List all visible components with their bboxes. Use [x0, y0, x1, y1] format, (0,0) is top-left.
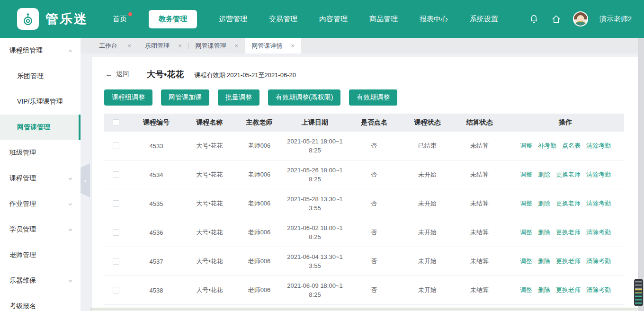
- table-row: 4534 大号•花花 老师006 2021-05-26 18:00~18:25 …: [104, 160, 624, 189]
- action-rollcall-sheet-link[interactable]: 点名表: [562, 142, 581, 150]
- action-clear-attendance-link[interactable]: 清除考勤: [586, 170, 611, 179]
- course-id: 4535: [128, 200, 185, 207]
- action-delete-link[interactable]: 删除: [538, 170, 550, 179]
- close-icon[interactable]: ×: [235, 43, 239, 49]
- course-group-adjust-button[interactable]: 课程组调整: [104, 89, 152, 106]
- row-checkbox[interactable]: [113, 171, 119, 178]
- action-adjust-link[interactable]: 调整: [520, 286, 532, 294]
- header-date: 上课日期: [284, 118, 346, 127]
- sidebar-item-teacher-mgmt[interactable]: 老师管理: [0, 242, 80, 268]
- brand-logo-icon[interactable]: [17, 8, 39, 30]
- nav-item-system-settings[interactable]: 系统设置: [470, 15, 498, 24]
- action-change-teacher-link[interactable]: 更换老师: [556, 199, 581, 208]
- sidebar-collapse-handle[interactable]: ‹: [80, 163, 90, 197]
- nav-item-academic-mgmt[interactable]: 教务管理: [149, 10, 197, 28]
- row-checkbox[interactable]: [113, 200, 119, 207]
- sidebar-item-exam-registration[interactable]: 考级报名: [0, 293, 80, 311]
- nav-item-report-center[interactable]: 报表中心: [420, 15, 448, 24]
- action-change-teacher-link[interactable]: 更换老师: [556, 228, 581, 237]
- action-adjust-link[interactable]: 调整: [520, 199, 532, 208]
- tab-online-course-detail[interactable]: 网管课详情 ×: [245, 38, 301, 53]
- class-date: 2021-06-09 18:00~18:25: [285, 281, 345, 299]
- sidebar-item-orchestra-mgmt[interactable]: 乐团管理: [0, 63, 80, 89]
- page-title: 大号•花花: [147, 69, 184, 80]
- sidebar-item-student-mgmt[interactable]: 学员管理: [0, 217, 80, 242]
- course-id: 4537: [128, 258, 185, 265]
- horizontal-scrollbar[interactable]: [90, 308, 638, 311]
- nav-item-operations-mgmt[interactable]: 运营管理: [219, 15, 247, 24]
- validity-adjust-admin-button[interactable]: 有效期调整(高权限): [268, 89, 340, 106]
- scroll-marker-widget[interactable]: [634, 279, 643, 306]
- back-button[interactable]: ← 返回: [105, 70, 129, 79]
- sidebar-item-label: 学员管理: [9, 225, 36, 234]
- action-change-teacher-link[interactable]: 更换老师: [556, 286, 581, 294]
- action-clear-attendance-link[interactable]: 清除考勤: [586, 286, 611, 294]
- action-clear-attendance-link[interactable]: 清除考勤: [586, 142, 611, 150]
- row-checkbox[interactable]: [113, 287, 119, 293]
- nav-item-product-mgmt[interactable]: 商品管理: [369, 15, 398, 24]
- add-online-class-button[interactable]: 网管课加课: [161, 89, 209, 106]
- chevron-up-icon: [68, 48, 73, 53]
- row-checkbox[interactable]: [113, 229, 119, 236]
- nav-item-content-mgmt[interactable]: 内容管理: [319, 15, 348, 24]
- tab-orchestra-mgmt[interactable]: 乐团管理 ×: [138, 38, 188, 53]
- user-name[interactable]: 演示老师2: [599, 15, 632, 24]
- action-adjust-link[interactable]: 调整: [520, 142, 532, 150]
- course-id: 4534: [128, 171, 185, 178]
- nav-item-home[interactable]: 首页: [113, 15, 127, 24]
- table-row: 4536 大号•花花 老师006 2021-06-02 18:00~18:25 …: [104, 218, 624, 247]
- class-date: 2021-05-28 13:30~13:55: [285, 195, 345, 213]
- action-change-teacher-link[interactable]: 更换老师: [556, 257, 581, 266]
- chevron-down-icon: [68, 202, 73, 207]
- course-validity-text: 课程有效期:2021-05-21至2021-06-20: [194, 70, 296, 80]
- sidebar-item-homework-mgmt[interactable]: 作业管理: [0, 191, 80, 217]
- action-adjust-link[interactable]: 调整: [520, 228, 532, 237]
- row-checkbox[interactable]: [113, 142, 119, 149]
- action-change-teacher-link[interactable]: 更换老师: [556, 170, 581, 179]
- close-icon[interactable]: ×: [127, 43, 131, 49]
- rollcall-flag: 否: [346, 228, 402, 237]
- tab-online-course-mgmt[interactable]: 网管课管理 ×: [189, 38, 245, 53]
- row-checkbox[interactable]: [113, 258, 119, 265]
- action-delete-link[interactable]: 删除: [538, 228, 550, 237]
- course-status: 未开始: [402, 170, 452, 179]
- course-name: 大号•花花: [185, 286, 234, 294]
- sidebar-item-vip-theory-mgmt[interactable]: VIP/乐理课管理: [0, 89, 80, 115]
- course-status: 未开始: [402, 199, 452, 208]
- nav-item-transaction-mgmt[interactable]: 交易管理: [269, 15, 297, 24]
- action-clear-attendance-link[interactable]: 清除考勤: [586, 199, 611, 208]
- teacher-name: 老师006: [234, 257, 284, 266]
- home-icon[interactable]: [551, 14, 562, 25]
- tab-workbench[interactable]: 工作台 ×: [92, 38, 138, 53]
- action-delete-link[interactable]: 删除: [538, 257, 550, 266]
- action-clear-attendance-link[interactable]: 清除考勤: [586, 257, 611, 266]
- action-makeup-attendance-link[interactable]: 补考勤: [538, 142, 556, 150]
- bell-icon[interactable]: [528, 14, 539, 25]
- course-status: 未开始: [402, 257, 452, 266]
- sidebar-item-online-course-mgmt[interactable]: 网管课管理: [0, 115, 80, 140]
- action-adjust-link[interactable]: 调整: [520, 170, 532, 179]
- sidebar-item-instrument-maintenance[interactable]: 乐器维保: [0, 268, 80, 293]
- sidebar-item-class-mgmt[interactable]: 班级管理: [0, 140, 80, 166]
- chevron-down-icon: [68, 176, 73, 181]
- select-all-checkbox[interactable]: [113, 119, 119, 126]
- action-adjust-link[interactable]: 调整: [520, 257, 532, 266]
- class-date: 2021-06-04 13:30~13:55: [285, 252, 345, 270]
- sidebar-item-course-mgmt[interactable]: 课程管理: [0, 166, 80, 191]
- close-icon[interactable]: ×: [178, 43, 182, 49]
- close-icon[interactable]: ×: [291, 43, 295, 49]
- vertical-scrollbar[interactable]: [638, 38, 644, 311]
- batch-adjust-button[interactable]: 批量调整: [218, 89, 259, 106]
- header-divider: [138, 71, 138, 78]
- tab-label: 网管课管理: [196, 42, 226, 50]
- action-delete-link[interactable]: 删除: [538, 199, 550, 208]
- validity-adjust-button[interactable]: 有效期调整: [349, 89, 397, 106]
- sidebar-item-course-group-mgmt[interactable]: 课程组管理: [0, 38, 80, 63]
- action-delete-link[interactable]: 删除: [538, 286, 550, 294]
- tab-label: 乐团管理: [145, 42, 170, 50]
- header-course-name: 课程名称: [185, 118, 234, 127]
- action-clear-attendance-link[interactable]: 清除考勤: [586, 228, 611, 237]
- notification-dot: [128, 12, 132, 16]
- action-button-row: 课程组调整 网管课加课 批量调整 有效期调整(高权限) 有效期调整: [92, 89, 642, 106]
- user-avatar[interactable]: [573, 11, 588, 27]
